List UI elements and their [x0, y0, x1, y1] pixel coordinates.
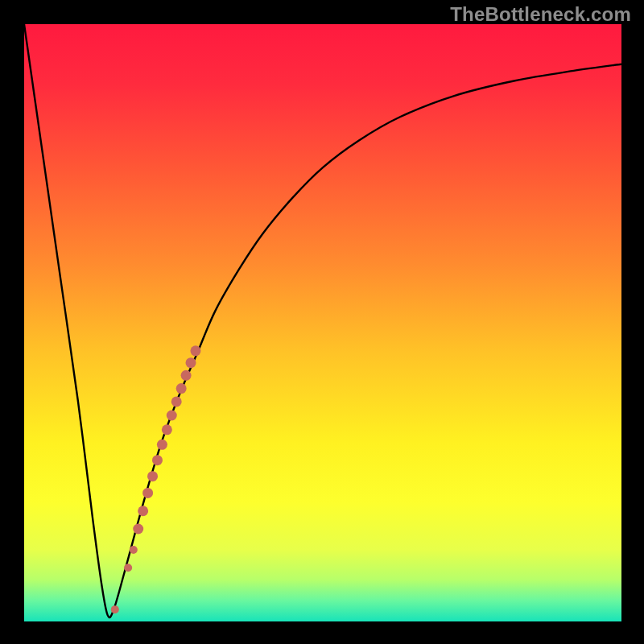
- highlight-dot: [190, 345, 200, 356]
- highlight-dot: [162, 424, 172, 435]
- highlight-dot: [181, 370, 192, 381]
- highlight-dot: [186, 357, 196, 368]
- highlight-dot: [133, 523, 143, 534]
- highlight-dot: [152, 455, 163, 465]
- highlight-dot: [176, 383, 187, 394]
- highlight-dot: [157, 440, 167, 450]
- highlight-dot: [138, 506, 148, 516]
- chart-frame: TheBottleneck.com: [0, 0, 644, 644]
- highlight-dot: [171, 396, 182, 407]
- highlight-dot: [130, 546, 138, 554]
- watermark-text: TheBottleneck.com: [450, 3, 631, 26]
- highlight-dot: [111, 605, 119, 613]
- highlight-dot: [167, 411, 177, 421]
- highlight-dot: [124, 564, 132, 572]
- highlight-dot: [147, 471, 158, 481]
- highlight-dot: [142, 488, 153, 498]
- curve-layer: [24, 24, 621, 621]
- bottleneck-curve: [24, 24, 621, 617]
- plot-area: [24, 24, 621, 621]
